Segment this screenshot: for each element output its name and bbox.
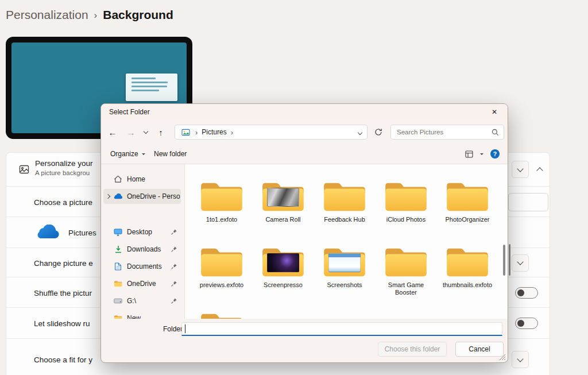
folder-item-1to1-exfoto[interactable]: 1to1.exfoto xyxy=(192,179,252,223)
sidebar-item-label: G:\ xyxy=(123,297,171,305)
sidebar-item-onedrive-perso[interactable]: OneDrive - Perso xyxy=(103,189,181,204)
row-label: Change picture e xyxy=(34,258,93,267)
folder-icon xyxy=(444,245,491,279)
folder-icon xyxy=(198,310,245,319)
navigation-pane: HomeOneDrive - PersoDesktopDownloadsDocu… xyxy=(101,164,184,319)
settings-scrollbar-thumb[interactable] xyxy=(509,244,510,276)
dropdown-chevron-button[interactable] xyxy=(512,161,529,178)
folder-icon xyxy=(321,179,368,214)
expand-chevron-icon[interactable] xyxy=(106,194,110,199)
image-icon xyxy=(19,164,29,175)
pin-icon[interactable] xyxy=(171,229,179,235)
row-label: Choose a fit for y xyxy=(34,355,92,364)
row-label: Choose a picture xyxy=(34,198,92,206)
sidebar-item-label: Home xyxy=(123,175,181,183)
dialog-titlebar[interactable]: Select Folder ✕ xyxy=(101,104,508,120)
row-label: Let slideshow ru xyxy=(34,319,90,328)
desktop-icon xyxy=(113,229,123,236)
view-icon[interactable] xyxy=(465,150,473,158)
screen: Personalization › Background Personalize… xyxy=(0,0,588,375)
sidebar-item-documents[interactable]: Documents xyxy=(103,259,181,274)
pin-icon[interactable] xyxy=(171,263,179,270)
toggle-switch[interactable] xyxy=(515,287,538,299)
sidebar-item-new[interactable]: New xyxy=(103,311,181,319)
dialog-navbar: ← → ↑ › Pictures › xyxy=(101,120,508,144)
folder-name-input[interactable] xyxy=(181,322,502,336)
choose-this-folder-button[interactable]: Choose this folder xyxy=(378,342,447,357)
sidebar-item-downloads[interactable]: Downloads xyxy=(103,242,181,257)
new-folder-label: New folder xyxy=(154,150,187,158)
address-crumb-pictures[interactable]: Pictures xyxy=(202,128,226,136)
folder-icon xyxy=(198,245,245,279)
folder-item-camera-roll[interactable]: Camera Roll xyxy=(253,179,313,223)
breadcrumb-chevron-icon[interactable]: › xyxy=(231,128,233,137)
folder-name-label: Camera Roll xyxy=(265,216,300,223)
folder-item-photoorganizer[interactable]: PhotoOrganizer xyxy=(438,179,497,223)
address-bar[interactable]: › Pictures › xyxy=(175,125,368,140)
recent-locations-chevron-icon[interactable] xyxy=(140,120,152,144)
page-title: Background xyxy=(103,8,173,22)
sidebar-item-desktop[interactable]: Desktop xyxy=(103,225,181,239)
cancel-button[interactable]: Cancel xyxy=(455,342,504,357)
folder-item-feedback-hub[interactable]: Feedback Hub xyxy=(315,179,374,223)
organize-label: Organize xyxy=(110,150,138,158)
folder-item-screenpresso[interactable]: Screenpresso xyxy=(253,245,313,289)
folder-name-label: iCloud Photos xyxy=(386,216,426,223)
folder-name-label: Feedback Hub xyxy=(324,216,365,223)
sidebar-item-label: Downloads xyxy=(123,245,171,253)
row-label: Pictures xyxy=(68,229,96,237)
breadcrumb-separator-icon: › xyxy=(94,10,98,21)
sidebar-item-label: OneDrive - Perso xyxy=(123,192,181,200)
search-input[interactable] xyxy=(396,128,488,136)
folder-name-label: Screenshots xyxy=(327,281,362,289)
folder-item-screenshots[interactable]: Screenshots xyxy=(315,245,374,289)
folder-icon xyxy=(382,245,430,279)
folder-small-icon xyxy=(113,315,123,319)
folder-item-smart-game-booster[interactable]: Smart Game Booster xyxy=(376,245,436,296)
folder-item-previews-exfoto[interactable]: previews.exfoto xyxy=(192,245,252,289)
search-icon xyxy=(492,129,499,136)
address-dropdown-chevron-icon[interactable] xyxy=(358,128,362,136)
home-icon xyxy=(113,175,123,183)
folder-thumbnail xyxy=(267,188,299,207)
dialog-title: Select Folder xyxy=(109,108,150,116)
scrollbar-thumb[interactable] xyxy=(503,245,505,276)
refresh-icon[interactable] xyxy=(371,125,386,140)
folder-icon xyxy=(260,245,307,279)
folder-small-icon xyxy=(113,280,123,287)
folder-item-icloud-photos[interactable]: iCloud Photos xyxy=(376,179,436,223)
pin-icon[interactable] xyxy=(171,280,179,287)
sidebar-item-onedrive[interactable]: OneDrive xyxy=(103,276,181,291)
folder-icon xyxy=(260,179,307,214)
toggle-switch[interactable] xyxy=(515,318,538,329)
folder-name-label: Smart Game Booster xyxy=(378,281,434,296)
caret-down-icon xyxy=(142,153,145,157)
file-list: 1to1.exfotoCamera RollFeedback HubiCloud… xyxy=(185,164,508,319)
folder-item-item[interactable] xyxy=(192,310,252,319)
new-folder-button[interactable]: New folder xyxy=(154,144,187,164)
back-icon[interactable]: ← xyxy=(106,120,119,144)
breadcrumb-root[interactable]: Personalization xyxy=(6,8,88,22)
dropdown-chevron-button[interactable] xyxy=(512,351,529,368)
folder-item-thumbnails-exfoto[interactable]: thumbnails.exfoto xyxy=(438,245,497,289)
browse-button[interactable] xyxy=(508,193,548,211)
close-icon[interactable]: ✕ xyxy=(486,106,503,118)
pin-icon[interactable] xyxy=(171,297,179,304)
collapse-chevron-button[interactable] xyxy=(532,162,547,177)
forward-icon: → xyxy=(124,120,138,144)
folder-name-label: Screenpresso xyxy=(264,281,303,289)
resize-grip-icon[interactable] xyxy=(499,354,506,361)
pin-icon[interactable] xyxy=(171,246,179,253)
row-sublabel: A picture backgrou xyxy=(35,169,93,177)
dropdown-chevron-button[interactable] xyxy=(512,254,529,272)
view-caret-icon[interactable] xyxy=(480,153,483,157)
breadcrumb-chevron-icon: › xyxy=(195,128,198,137)
folder-thumbnail xyxy=(267,253,299,272)
help-icon[interactable]: ? xyxy=(490,149,500,158)
folder-name-label: thumbnails.exfoto xyxy=(443,281,492,289)
search-box xyxy=(390,125,504,140)
sidebar-item-g[interactable]: G:\ xyxy=(103,293,181,308)
up-icon[interactable]: ↑ xyxy=(154,120,168,144)
sidebar-item-home[interactable]: Home xyxy=(103,172,181,187)
organize-button[interactable]: Organize xyxy=(110,144,145,164)
